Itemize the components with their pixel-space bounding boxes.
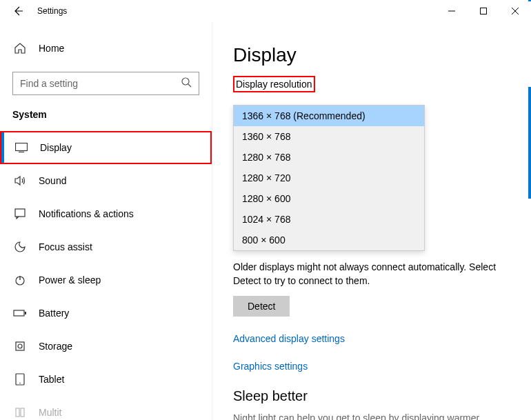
resolution-option[interactable]: 800 × 600: [234, 230, 424, 250]
sidebar-section-header: System: [0, 109, 212, 131]
detect-button[interactable]: Detect: [233, 296, 290, 317]
resolution-label: Display resolution: [234, 77, 314, 91]
resolution-option[interactable]: 1280 × 720: [234, 168, 424, 188]
display-icon: [14, 143, 29, 152]
sidebar-item-label: Notifications & actions: [39, 208, 134, 219]
home-nav[interactable]: Home: [0, 34, 212, 62]
window-title: Settings: [37, 6, 67, 16]
main-content: Display Display resolution 1366 × 768 (R…: [212, 22, 531, 420]
sidebar-item-label: Tablet: [39, 374, 64, 385]
back-button[interactable]: [10, 3, 26, 19]
sidebar-item-label: Sound: [39, 175, 66, 186]
sidebar-item-label: Power & sleep: [39, 274, 101, 286]
sidebar-item-label: Focus assist: [39, 241, 92, 252]
night-light-text: Night light can help you get to sleep by…: [233, 412, 514, 420]
window-controls: [436, 0, 531, 22]
home-icon: [12, 42, 28, 54]
multitasking-icon: [12, 407, 28, 418]
sidebar-item-sound[interactable]: Sound: [0, 164, 212, 197]
sidebar-item-label: Battery: [39, 308, 69, 319]
resolution-option[interactable]: 1280 × 600: [234, 188, 424, 209]
sidebar-item-multitasking[interactable]: Multit: [0, 396, 212, 420]
close-button[interactable]: [499, 0, 531, 22]
svg-rect-5: [14, 310, 24, 316]
battery-icon: [12, 309, 28, 317]
maximize-icon: [480, 8, 487, 14]
page-title: Display: [233, 44, 514, 66]
home-label: Home: [39, 43, 64, 54]
sidebar-item-focus-assist[interactable]: Focus assist: [0, 230, 212, 263]
sidebar-item-power-sleep[interactable]: Power & sleep: [0, 263, 212, 297]
sidebar-item-label: Storage: [39, 341, 72, 352]
titlebar: Settings: [0, 0, 531, 22]
arrow-left-icon: [12, 6, 23, 17]
search-icon: [181, 77, 192, 90]
svg-point-10: [19, 383, 21, 384]
resolution-option[interactable]: 1366 × 768 (Recommended): [234, 106, 424, 126]
svg-rect-0: [481, 8, 487, 14]
storage-icon: [12, 341, 28, 352]
minimize-button[interactable]: [436, 0, 468, 22]
close-icon: [512, 8, 519, 14]
search-input[interactable]: [20, 78, 181, 89]
search-box[interactable]: [12, 72, 199, 95]
resolution-option[interactable]: 1280 × 768: [234, 147, 424, 168]
resolution-label-highlight: Display resolution: [233, 76, 315, 92]
resolution-option[interactable]: 1360 × 768: [234, 126, 424, 147]
sidebar-item-notifications[interactable]: Notifications & actions: [0, 197, 212, 230]
resolution-dropdown[interactable]: 1366 × 768 (Recommended) 1360 × 768 1280…: [233, 105, 425, 251]
sidebar-item-label: Display: [40, 142, 72, 153]
notifications-icon: [12, 208, 28, 219]
svg-point-1: [182, 78, 189, 85]
svg-point-8: [18, 344, 22, 348]
older-displays-text: Older displays might not always connect …: [233, 261, 514, 288]
sidebar-item-storage[interactable]: Storage: [0, 330, 212, 363]
svg-rect-11: [16, 408, 19, 417]
sidebar-item-display[interactable]: Display: [0, 131, 212, 164]
svg-rect-6: [25, 312, 26, 314]
sidebar-item-battery[interactable]: Battery: [0, 297, 212, 330]
accent-strip-top: [528, 0, 531, 1]
sleep-better-header: Sleep better: [233, 388, 514, 404]
minimize-icon: [448, 8, 455, 14]
sound-icon: [12, 175, 28, 186]
graphics-settings-link[interactable]: Graphics settings: [233, 361, 514, 372]
power-icon: [12, 274, 28, 286]
svg-rect-7: [16, 342, 24, 350]
svg-rect-12: [21, 408, 24, 417]
svg-rect-3: [15, 209, 25, 217]
sidebar: Home System Display Sound Notifications …: [0, 22, 212, 420]
resolution-option[interactable]: 1024 × 768: [234, 209, 424, 230]
advanced-display-link[interactable]: Advanced display settings: [233, 333, 514, 344]
sidebar-item-label: Multit: [39, 407, 61, 418]
focus-assist-icon: [12, 241, 28, 252]
maximize-button[interactable]: [468, 0, 499, 22]
tablet-icon: [12, 373, 28, 386]
svg-rect-2: [16, 143, 28, 151]
sidebar-item-tablet[interactable]: Tablet: [0, 363, 212, 396]
